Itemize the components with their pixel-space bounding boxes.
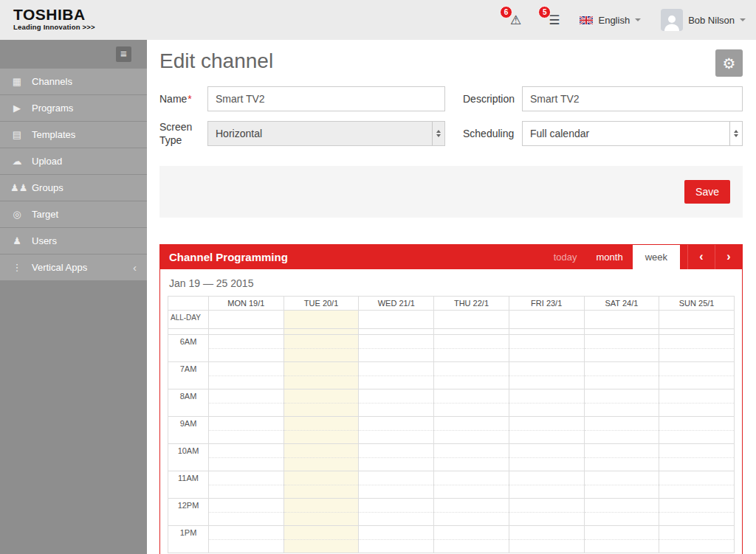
calendar-slot[interactable] xyxy=(434,362,509,389)
calendar-slot[interactable] xyxy=(434,389,509,417)
sidebar-item-label: Vertical Apps xyxy=(32,262,87,273)
all-day-slot[interactable] xyxy=(434,311,509,329)
all-day-slot[interactable] xyxy=(509,311,585,329)
sidebar-item-channels[interactable]: ▦ Channels xyxy=(0,69,147,95)
calendar-slot[interactable] xyxy=(509,335,585,362)
calendar-slot[interactable] xyxy=(284,417,360,444)
calendar-slot[interactable] xyxy=(659,499,735,526)
messages-button[interactable]: ☰ 5 xyxy=(549,13,560,28)
calendar-slot[interactable] xyxy=(659,471,735,499)
brand-tagline: Leading Innovation >>> xyxy=(13,23,95,31)
calendar-slot[interactable] xyxy=(359,444,434,471)
calendar-slot[interactable] xyxy=(659,526,735,553)
sidebar-item-templates[interactable]: ▤ Templates xyxy=(0,122,147,148)
all-day-slot[interactable] xyxy=(209,311,284,329)
name-input[interactable] xyxy=(207,86,445,111)
calendar-slot[interactable] xyxy=(359,526,434,553)
calendar-slot[interactable] xyxy=(585,335,660,362)
today-button[interactable]: today xyxy=(544,245,587,269)
hour-row: 10AM xyxy=(168,444,735,471)
calendar-slot[interactable] xyxy=(659,444,735,471)
calendar-slot[interactable] xyxy=(359,335,434,362)
calendar-slot[interactable] xyxy=(509,417,585,444)
calendar-slot[interactable] xyxy=(659,389,735,417)
sidebar-item-users[interactable]: ♟ Users xyxy=(0,228,147,255)
calendar-slot[interactable] xyxy=(284,362,360,389)
alerts-button[interactable]: ⚠ 6 xyxy=(510,13,521,28)
top-header: TOSHIBA Leading Innovation >>> ⚠ 6 ☰ 5 E… xyxy=(0,0,756,40)
calendar-slot[interactable] xyxy=(509,362,585,389)
calendar-slot[interactable] xyxy=(659,335,735,362)
calendar-slot[interactable] xyxy=(434,417,509,444)
calendar-slot[interactable] xyxy=(585,526,660,553)
hour-row: 12PM xyxy=(168,499,735,526)
calendar-slot[interactable] xyxy=(209,471,284,499)
calendar-slot[interactable] xyxy=(434,499,509,526)
calendar-slot[interactable] xyxy=(359,417,434,444)
calendar-slot[interactable] xyxy=(209,499,284,526)
calendar-slot[interactable] xyxy=(434,444,509,471)
month-button[interactable]: month xyxy=(587,245,633,269)
calendar-slot[interactable] xyxy=(509,499,585,526)
sidebar-item-upload[interactable]: ☁ Upload xyxy=(0,148,147,175)
calendar-slot[interactable] xyxy=(209,444,284,471)
settings-gear-button[interactable]: ⚙ xyxy=(715,49,743,77)
calendar-slot[interactable] xyxy=(585,362,660,389)
sidebar-item-programs[interactable]: ▶ Programs xyxy=(0,95,147,122)
prev-week-button[interactable]: ‹ xyxy=(687,245,715,269)
calendar-slot[interactable] xyxy=(284,335,360,362)
calendar-slot[interactable] xyxy=(585,471,660,499)
calendar-slot[interactable] xyxy=(585,499,660,526)
calendar-slot[interactable] xyxy=(585,444,660,471)
alerts-count-badge: 6 xyxy=(500,6,512,18)
calendar-slot[interactable] xyxy=(585,389,660,417)
language-dropdown[interactable]: English xyxy=(580,15,641,26)
calendar-slot[interactable] xyxy=(659,417,735,444)
time-label: 1PM xyxy=(168,526,209,553)
calendar-slot[interactable] xyxy=(284,499,360,526)
all-day-slot[interactable] xyxy=(284,311,360,329)
calendar-slot[interactable] xyxy=(359,389,434,417)
calendar-slot[interactable] xyxy=(209,389,284,417)
sidebar-item-target[interactable]: ◎ Target xyxy=(0,201,147,228)
user-menu[interactable]: Bob Nilson xyxy=(661,9,746,31)
sidebar-item-label: Upload xyxy=(32,156,62,167)
calendar-slot[interactable] xyxy=(359,471,434,499)
screen-type-select[interactable]: Horizontal xyxy=(207,121,445,146)
calendar-slot[interactable] xyxy=(359,362,434,389)
calendar-slot[interactable] xyxy=(209,417,284,444)
all-day-slot[interactable] xyxy=(359,311,434,329)
all-day-slot[interactable] xyxy=(659,311,735,329)
calendar-slot[interactable] xyxy=(284,526,360,553)
calendar-slot[interactable] xyxy=(284,471,360,499)
sidebar-toggle-button[interactable]: ≡ xyxy=(116,46,131,62)
all-day-slot[interactable] xyxy=(585,311,660,329)
calendar-slot[interactable] xyxy=(509,444,585,471)
calendar-slot[interactable] xyxy=(434,335,509,362)
calendar-slot[interactable] xyxy=(284,389,360,417)
calendar-slot[interactable] xyxy=(434,471,509,499)
day-header: SUN 25/1 xyxy=(659,297,735,311)
calendar-slot[interactable] xyxy=(659,362,735,389)
calendar-slot[interactable] xyxy=(434,526,509,553)
hour-row: 1PM xyxy=(168,526,735,553)
week-button[interactable]: week xyxy=(633,245,680,269)
chevron-left-icon: ‹ xyxy=(133,261,137,274)
sidebar-item-groups[interactable]: ♟♟ Groups xyxy=(0,175,147,201)
sidebar-item-vertical-apps[interactable]: ⋮ Vertical Apps ‹ xyxy=(0,255,147,281)
save-button[interactable]: Save xyxy=(684,180,730,204)
description-input[interactable] xyxy=(522,86,743,111)
calendar-slot[interactable] xyxy=(209,335,284,362)
calendar-slot[interactable] xyxy=(209,362,284,389)
calendar-slot[interactable] xyxy=(359,499,434,526)
time-label: 9AM xyxy=(168,417,209,444)
calendar-slot[interactable] xyxy=(509,526,585,553)
calendar-slot[interactable] xyxy=(209,526,284,553)
calendar-slot[interactable] xyxy=(509,389,585,417)
next-week-button[interactable]: › xyxy=(715,245,742,269)
calendar-slot[interactable] xyxy=(509,471,585,499)
calendar-slot[interactable] xyxy=(284,444,360,471)
calendar-grid: MON 19/1TUE 20/1WED 21/1THU 22/1FRI 23/1… xyxy=(168,296,735,553)
calendar-slot[interactable] xyxy=(585,417,660,444)
scheduling-select[interactable]: Full calendar xyxy=(522,121,743,146)
